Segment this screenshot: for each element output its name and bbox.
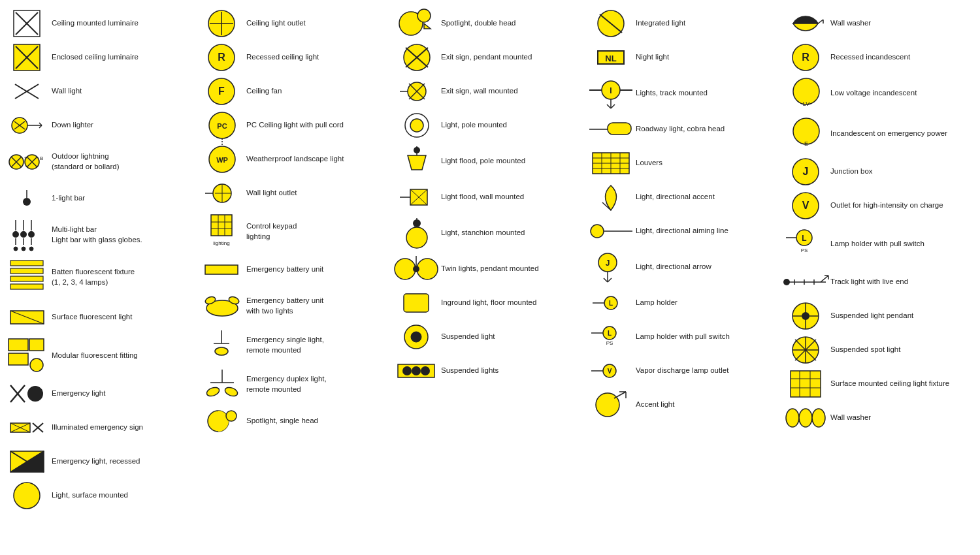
svg-text:NL: NL xyxy=(605,54,616,63)
list-item: Emergency battery unit xyxy=(199,253,391,287)
item-label: Outlet for high-intensity on charge xyxy=(830,200,943,211)
svg-point-23 xyxy=(23,198,31,206)
svg-text:PS: PS xyxy=(800,247,808,253)
svg-point-25 xyxy=(12,231,19,238)
list-item: LV Low voltage incandescent xyxy=(783,74,975,112)
list-item: Inground light, floor mounted xyxy=(394,286,586,320)
svg-text:B: B xyxy=(40,155,43,161)
svg-point-195 xyxy=(802,312,809,320)
svg-text:L: L xyxy=(609,300,613,307)
list-item: PC PC Ceiling light with pull cord xyxy=(199,108,391,142)
svg-text:I: I xyxy=(610,86,612,95)
list-item: Roadway light, cobra head xyxy=(589,112,781,146)
suspended-spot-light-icon xyxy=(786,336,825,364)
list-item: Emergency duplex light,remote mounted xyxy=(199,365,391,404)
svg-rect-138 xyxy=(608,123,631,135)
list-item: Ceiling mounted luminaire xyxy=(5,7,197,40)
item-label: Emergency battery unitwith two lights xyxy=(246,296,323,316)
svg-point-91 xyxy=(223,386,238,398)
column-0: Ceiling mounted luminaire Enclosed ceili… xyxy=(3,7,198,513)
item-label: Accent light xyxy=(636,400,674,410)
svg-rect-120 xyxy=(404,294,429,312)
list-item: Integrated light xyxy=(589,7,781,40)
track-light-live-end-icon xyxy=(786,270,825,294)
wall-washer-top-icon xyxy=(786,9,825,38)
svg-point-125 xyxy=(412,366,421,375)
surface-fluorescent-icon xyxy=(7,306,46,329)
svg-marker-108 xyxy=(408,155,426,170)
list-item: Light flood, pole mounted xyxy=(394,142,586,180)
item-label: Emergency battery unit xyxy=(246,264,323,275)
list-item: J Junction box xyxy=(783,155,975,189)
surface-ceiling-light-fixture-icon xyxy=(786,370,825,398)
ceiling-mounted-luminaire-icon xyxy=(7,9,46,38)
svg-line-136 xyxy=(611,104,615,108)
list-item: Down lighter xyxy=(5,108,197,142)
item-label: Wall washer xyxy=(830,413,871,423)
lamp-holder-pull-icon: L PS xyxy=(591,324,630,350)
light-surface-mounted-icon xyxy=(7,481,46,510)
list-item: Wall light outlet xyxy=(199,176,391,210)
svg-point-114 xyxy=(413,219,421,227)
column-3: Integrated light NL Night light I xyxy=(587,7,782,513)
list-item: Light, surface mounted xyxy=(5,479,197,513)
light-flood-pole-icon xyxy=(397,145,436,178)
svg-point-208 xyxy=(812,409,825,427)
spotlight-single-head-icon xyxy=(202,409,241,433)
item-label: Lamp holder xyxy=(636,298,678,308)
item-label: Emergency light, recessed xyxy=(52,456,140,467)
list-item: Suspended light xyxy=(394,320,586,354)
item-label: Surface fluorescent light xyxy=(52,312,132,323)
light-flood-wall-icon xyxy=(397,183,436,212)
svg-point-117 xyxy=(417,259,438,279)
list-item: Wall washer xyxy=(783,401,975,435)
lamp-holder-pull-switch-icon: L PS xyxy=(786,226,825,262)
svg-line-186 xyxy=(821,276,828,282)
modular-fluorescent-icon xyxy=(7,338,46,373)
list-item: J Light, directional arrow xyxy=(589,248,781,286)
svg-point-29 xyxy=(28,231,35,238)
wall-washer-bottom-icon xyxy=(786,406,825,430)
low-voltage-incandescent-icon: LV xyxy=(786,77,825,110)
list-item: R Recessed ceiling light xyxy=(199,40,391,74)
light-directional-accent-icon xyxy=(591,183,630,212)
item-label: 1-light bar xyxy=(52,193,85,204)
list-item: Surface mounted ceiling light fixture xyxy=(783,367,975,401)
ceiling-fan-icon: F xyxy=(202,77,241,106)
svg-point-45 xyxy=(30,358,43,372)
list-item: Batten fluorescent fixture(1, 2, 3, 4 la… xyxy=(5,255,197,300)
svg-text:PC: PC xyxy=(217,122,227,130)
item-label: Light flood, wall mounted xyxy=(441,192,524,202)
svg-rect-75 xyxy=(211,215,232,236)
svg-rect-39 xyxy=(10,284,43,289)
lights-track-mounted-icon: I xyxy=(591,77,630,110)
recessed-ceiling-light-icon: R xyxy=(202,43,241,72)
list-item: V Outlet for high-intensity on charge xyxy=(783,189,975,223)
emergency-battery-unit-icon xyxy=(202,260,241,279)
item-label: Louvers xyxy=(636,158,662,168)
1-light-bar-icon xyxy=(7,189,46,208)
item-label: Ceiling mounted luminaire xyxy=(52,18,139,29)
incandescent-emergency-icon: E xyxy=(786,116,825,151)
svg-point-122 xyxy=(411,332,421,342)
list-item: Ceiling light outlet xyxy=(199,7,391,40)
ceiling-light-outlet-icon xyxy=(202,9,241,38)
list-item: Light, stanchion mounted xyxy=(394,214,586,252)
twin-lights-pendant-icon xyxy=(397,255,436,283)
light-stanchion-icon xyxy=(397,217,436,249)
item-label: Wall light xyxy=(52,86,82,97)
svg-point-206 xyxy=(786,409,799,427)
enclosed-ceiling-luminaire-icon xyxy=(7,43,46,72)
svg-line-152 xyxy=(604,278,608,282)
list-item: F Ceiling fan xyxy=(199,74,391,108)
svg-text:PS: PS xyxy=(606,340,613,346)
emergency-battery-two-icon xyxy=(202,290,241,323)
item-label: Spotlight, single head xyxy=(246,416,318,426)
night-light-icon: NL xyxy=(591,47,630,68)
item-label: Lamp holder with pull switch xyxy=(636,332,730,342)
item-label: Ceiling fan xyxy=(246,86,282,97)
item-label: Night light xyxy=(636,52,669,63)
item-label: Exit sign, wall mounted xyxy=(441,86,518,97)
item-label: Vapor discharge lamp outlet xyxy=(636,366,728,376)
exit-sign-pendant-icon xyxy=(397,43,436,72)
